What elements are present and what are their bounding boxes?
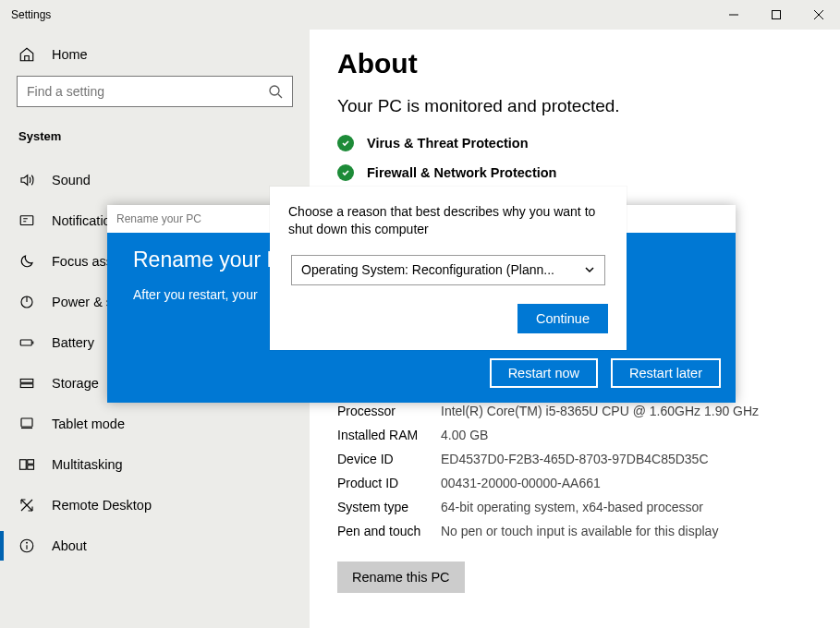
- sidebar-item-sound[interactable]: Sound: [0, 160, 310, 200]
- spec-row: Installed RAM4.00 GB: [337, 423, 812, 447]
- shutdown-reason-selected: Operating System: Reconfiguration (Plann…: [301, 262, 554, 277]
- check-icon: [337, 164, 354, 181]
- svg-rect-17: [28, 465, 34, 470]
- spec-row: Pen and touchNo pen or touch input is av…: [337, 519, 812, 543]
- spec-row: Device IDED4537D0-F2B3-465D-8703-97DB4C8…: [337, 447, 812, 471]
- sidebar-home-label: Home: [52, 47, 88, 62]
- sidebar-item-tablet[interactable]: Tablet mode: [0, 404, 310, 444]
- home-icon: [18, 46, 35, 63]
- sidebar-item-label: Multitasking: [52, 457, 123, 472]
- sidebar-item-label: Remote Desktop: [52, 498, 152, 513]
- minimize-button[interactable]: [712, 0, 755, 30]
- svg-rect-12: [20, 384, 33, 388]
- sidebar-item-multitasking[interactable]: Multitasking: [0, 444, 310, 485]
- storage-icon: [18, 375, 35, 392]
- window-title: Settings: [11, 8, 51, 21]
- status-firewall: Firewall & Network Protection: [337, 164, 812, 181]
- chevron-down-icon: [584, 264, 595, 275]
- search-icon: [268, 84, 283, 99]
- sidebar-item-label: Storage: [52, 376, 99, 391]
- info-icon: [18, 537, 35, 554]
- sidebar-section-label: System: [0, 124, 310, 160]
- svg-rect-15: [20, 460, 27, 470]
- svg-rect-9: [20, 340, 31, 345]
- check-icon: [337, 135, 354, 151]
- continue-button[interactable]: Continue: [517, 304, 608, 333]
- power-icon: [18, 294, 35, 310]
- sidebar-item-label: Tablet mode: [52, 417, 125, 431]
- spec-row: Product ID00431-20000-00000-AA661: [337, 471, 812, 495]
- sidebar-item-label: Sound: [52, 173, 91, 187]
- svg-rect-6: [20, 216, 33, 225]
- svg-rect-1: [773, 11, 781, 19]
- sidebar-item-label: Battery: [52, 335, 94, 350]
- svg-rect-16: [28, 460, 34, 465]
- svg-rect-11: [20, 380, 33, 383]
- maximize-button[interactable]: [755, 0, 797, 30]
- spec-table: ProcessorIntel(R) Core(TM) i5-8365U CPU …: [337, 399, 812, 543]
- svg-point-20: [27, 542, 28, 543]
- window-controls: [712, 0, 840, 30]
- search-input[interactable]: [27, 84, 268, 99]
- svg-rect-13: [21, 418, 32, 427]
- speaker-icon: [18, 172, 35, 188]
- restart-now-button[interactable]: Restart now: [490, 358, 598, 388]
- sidebar-item-remote-desktop[interactable]: Remote Desktop: [0, 485, 310, 525]
- svg-line-5: [278, 94, 282, 98]
- status-label: Firewall & Network Protection: [367, 165, 556, 180]
- remote-icon: [18, 497, 35, 513]
- battery-icon: [18, 334, 35, 351]
- page-title: About: [337, 48, 812, 79]
- multitask-icon: [18, 456, 35, 473]
- status-label: Virus & Threat Protection: [367, 136, 529, 151]
- search-field[interactable]: [17, 76, 293, 107]
- restart-later-button[interactable]: Restart later: [611, 358, 721, 388]
- status-virus: Virus & Threat Protection: [337, 135, 812, 151]
- sidebar-item-label: About: [52, 538, 87, 553]
- shutdown-reason-select[interactable]: Operating System: Reconfiguration (Plann…: [291, 255, 605, 285]
- svg-point-4: [270, 86, 279, 95]
- protection-subtitle: Your PC is monitored and protected.: [337, 96, 812, 116]
- shutdown-reason-dialog: Choose a reason that best describes why …: [270, 187, 627, 350]
- rename-pc-button[interactable]: Rename this PC: [337, 562, 465, 593]
- tablet-icon: [18, 416, 35, 432]
- sidebar-item-about[interactable]: About: [0, 525, 310, 566]
- moon-icon: [18, 253, 35, 270]
- shutdown-reason-message: Choose a reason that best describes why …: [288, 203, 608, 238]
- close-button[interactable]: [797, 0, 840, 30]
- sidebar-home[interactable]: Home: [0, 35, 310, 76]
- spec-row: System type64-bit operating system, x64-…: [337, 495, 812, 519]
- notification-icon: [18, 212, 35, 229]
